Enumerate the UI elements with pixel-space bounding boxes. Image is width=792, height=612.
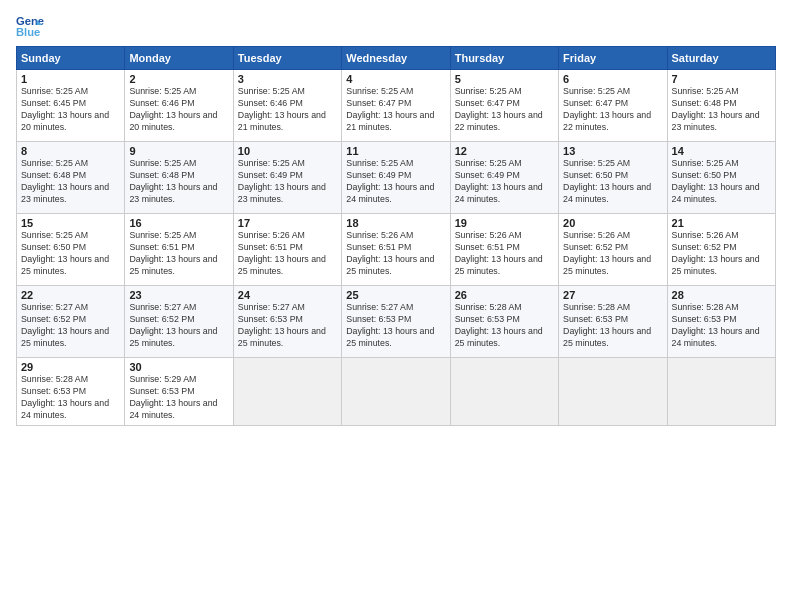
calendar-cell: 17 Sunrise: 5:26 AMSunset: 6:51 PMDaylig… (233, 214, 341, 286)
day-info: Sunrise: 5:27 AMSunset: 6:53 PMDaylight:… (346, 302, 445, 350)
day-info: Sunrise: 5:28 AMSunset: 6:53 PMDaylight:… (455, 302, 554, 350)
calendar-cell: 2 Sunrise: 5:25 AMSunset: 6:46 PMDayligh… (125, 70, 233, 142)
calendar-cell: 24 Sunrise: 5:27 AMSunset: 6:53 PMDaylig… (233, 286, 341, 358)
day-header-thursday: Thursday (450, 47, 558, 70)
day-number: 21 (672, 217, 771, 229)
day-number: 14 (672, 145, 771, 157)
calendar-cell: 28 Sunrise: 5:28 AMSunset: 6:53 PMDaylig… (667, 286, 775, 358)
calendar-cell: 9 Sunrise: 5:25 AMSunset: 6:48 PMDayligh… (125, 142, 233, 214)
day-number: 22 (21, 289, 120, 301)
day-number: 2 (129, 73, 228, 85)
day-info: Sunrise: 5:25 AMSunset: 6:47 PMDaylight:… (455, 86, 554, 134)
calendar-cell: 27 Sunrise: 5:28 AMSunset: 6:53 PMDaylig… (559, 286, 667, 358)
day-number: 16 (129, 217, 228, 229)
day-info: Sunrise: 5:27 AMSunset: 6:53 PMDaylight:… (238, 302, 337, 350)
day-info: Sunrise: 5:25 AMSunset: 6:50 PMDaylight:… (21, 230, 120, 278)
calendar-week-row: 8 Sunrise: 5:25 AMSunset: 6:48 PMDayligh… (17, 142, 776, 214)
day-number: 28 (672, 289, 771, 301)
day-number: 9 (129, 145, 228, 157)
day-number: 10 (238, 145, 337, 157)
calendar-cell: 12 Sunrise: 5:25 AMSunset: 6:49 PMDaylig… (450, 142, 558, 214)
day-number: 15 (21, 217, 120, 229)
calendar-cell: 18 Sunrise: 5:26 AMSunset: 6:51 PMDaylig… (342, 214, 450, 286)
calendar-cell (450, 358, 558, 426)
calendar-cell (342, 358, 450, 426)
calendar-cell: 3 Sunrise: 5:25 AMSunset: 6:46 PMDayligh… (233, 70, 341, 142)
day-number: 29 (21, 361, 120, 373)
day-number: 5 (455, 73, 554, 85)
calendar-cell: 8 Sunrise: 5:25 AMSunset: 6:48 PMDayligh… (17, 142, 125, 214)
day-info: Sunrise: 5:26 AMSunset: 6:51 PMDaylight:… (346, 230, 445, 278)
calendar-cell: 14 Sunrise: 5:25 AMSunset: 6:50 PMDaylig… (667, 142, 775, 214)
day-info: Sunrise: 5:25 AMSunset: 6:45 PMDaylight:… (21, 86, 120, 134)
day-info: Sunrise: 5:26 AMSunset: 6:51 PMDaylight:… (455, 230, 554, 278)
day-info: Sunrise: 5:25 AMSunset: 6:51 PMDaylight:… (129, 230, 228, 278)
day-info: Sunrise: 5:25 AMSunset: 6:47 PMDaylight:… (563, 86, 662, 134)
day-info: Sunrise: 5:27 AMSunset: 6:52 PMDaylight:… (21, 302, 120, 350)
calendar-cell: 23 Sunrise: 5:27 AMSunset: 6:52 PMDaylig… (125, 286, 233, 358)
day-number: 30 (129, 361, 228, 373)
calendar-cell: 26 Sunrise: 5:28 AMSunset: 6:53 PMDaylig… (450, 286, 558, 358)
day-header-tuesday: Tuesday (233, 47, 341, 70)
day-info: Sunrise: 5:28 AMSunset: 6:53 PMDaylight:… (563, 302, 662, 350)
day-header-saturday: Saturday (667, 47, 775, 70)
calendar-cell: 19 Sunrise: 5:26 AMSunset: 6:51 PMDaylig… (450, 214, 558, 286)
day-info: Sunrise: 5:25 AMSunset: 6:48 PMDaylight:… (21, 158, 120, 206)
page: General Blue SundayMondayTuesdayWednesda… (0, 0, 792, 612)
day-number: 27 (563, 289, 662, 301)
calendar-week-row: 29 Sunrise: 5:28 AMSunset: 6:53 PMDaylig… (17, 358, 776, 426)
day-number: 13 (563, 145, 662, 157)
day-info: Sunrise: 5:25 AMSunset: 6:47 PMDaylight:… (346, 86, 445, 134)
calendar-cell: 13 Sunrise: 5:25 AMSunset: 6:50 PMDaylig… (559, 142, 667, 214)
svg-text:General: General (16, 15, 44, 27)
calendar-cell: 20 Sunrise: 5:26 AMSunset: 6:52 PMDaylig… (559, 214, 667, 286)
calendar-body: 1 Sunrise: 5:25 AMSunset: 6:45 PMDayligh… (17, 70, 776, 426)
calendar-cell: 29 Sunrise: 5:28 AMSunset: 6:53 PMDaylig… (17, 358, 125, 426)
day-number: 17 (238, 217, 337, 229)
day-number: 23 (129, 289, 228, 301)
calendar-cell: 22 Sunrise: 5:27 AMSunset: 6:52 PMDaylig… (17, 286, 125, 358)
header: General Blue (16, 12, 776, 40)
day-info: Sunrise: 5:28 AMSunset: 6:53 PMDaylight:… (21, 374, 120, 422)
calendar-cell: 7 Sunrise: 5:25 AMSunset: 6:48 PMDayligh… (667, 70, 775, 142)
day-number: 25 (346, 289, 445, 301)
calendar-header-row: SundayMondayTuesdayWednesdayThursdayFrid… (17, 47, 776, 70)
calendar-cell (667, 358, 775, 426)
day-info: Sunrise: 5:26 AMSunset: 6:51 PMDaylight:… (238, 230, 337, 278)
calendar-table: SundayMondayTuesdayWednesdayThursdayFrid… (16, 46, 776, 426)
logo: General Blue (16, 12, 44, 40)
calendar-cell: 1 Sunrise: 5:25 AMSunset: 6:45 PMDayligh… (17, 70, 125, 142)
day-number: 18 (346, 217, 445, 229)
day-number: 12 (455, 145, 554, 157)
day-header-monday: Monday (125, 47, 233, 70)
calendar-cell: 21 Sunrise: 5:26 AMSunset: 6:52 PMDaylig… (667, 214, 775, 286)
day-info: Sunrise: 5:27 AMSunset: 6:52 PMDaylight:… (129, 302, 228, 350)
day-number: 4 (346, 73, 445, 85)
calendar-cell: 15 Sunrise: 5:25 AMSunset: 6:50 PMDaylig… (17, 214, 125, 286)
calendar-cell: 10 Sunrise: 5:25 AMSunset: 6:49 PMDaylig… (233, 142, 341, 214)
day-info: Sunrise: 5:26 AMSunset: 6:52 PMDaylight:… (563, 230, 662, 278)
calendar-week-row: 15 Sunrise: 5:25 AMSunset: 6:50 PMDaylig… (17, 214, 776, 286)
day-number: 26 (455, 289, 554, 301)
day-info: Sunrise: 5:25 AMSunset: 6:50 PMDaylight:… (563, 158, 662, 206)
day-info: Sunrise: 5:25 AMSunset: 6:48 PMDaylight:… (129, 158, 228, 206)
logo-icon: General Blue (16, 12, 44, 40)
day-number: 11 (346, 145, 445, 157)
day-number: 20 (563, 217, 662, 229)
day-info: Sunrise: 5:25 AMSunset: 6:49 PMDaylight:… (238, 158, 337, 206)
day-header-friday: Friday (559, 47, 667, 70)
day-info: Sunrise: 5:25 AMSunset: 6:46 PMDaylight:… (238, 86, 337, 134)
day-number: 8 (21, 145, 120, 157)
calendar-cell: 5 Sunrise: 5:25 AMSunset: 6:47 PMDayligh… (450, 70, 558, 142)
day-info: Sunrise: 5:25 AMSunset: 6:48 PMDaylight:… (672, 86, 771, 134)
day-info: Sunrise: 5:25 AMSunset: 6:50 PMDaylight:… (672, 158, 771, 206)
svg-text:Blue: Blue (16, 26, 40, 38)
day-info: Sunrise: 5:25 AMSunset: 6:49 PMDaylight:… (346, 158, 445, 206)
day-header-sunday: Sunday (17, 47, 125, 70)
day-number: 6 (563, 73, 662, 85)
day-number: 3 (238, 73, 337, 85)
day-info: Sunrise: 5:29 AMSunset: 6:53 PMDaylight:… (129, 374, 228, 422)
calendar-cell: 16 Sunrise: 5:25 AMSunset: 6:51 PMDaylig… (125, 214, 233, 286)
day-header-wednesday: Wednesday (342, 47, 450, 70)
calendar-cell: 25 Sunrise: 5:27 AMSunset: 6:53 PMDaylig… (342, 286, 450, 358)
